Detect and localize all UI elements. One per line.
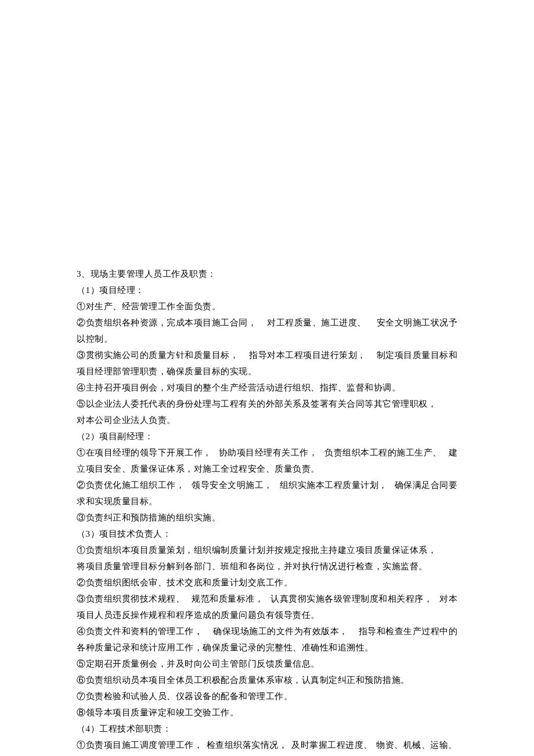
text-segment: 认真贯彻实施各级管理制度和相关程序， [270, 591, 432, 607]
text-segment: 对工程质量、施工进度、 [267, 314, 366, 331]
text-line: ⑤定期召开质量例会，并及时向公司主管部门反馈质量信息。 [77, 656, 457, 672]
text-line: ④负责文件和资料的管理工作，确保现场施工的文件为有效版本，指导和检查生产过程中的 [77, 623, 457, 639]
text-line: ①负责项目施工调度管理工作，检查组织落实情况，及时掌握工程进度、物资、机械、运输… [77, 737, 457, 753]
text-segment: 检查组织落实情况， [207, 737, 288, 753]
text-line: 求和实现质量目标。 [77, 493, 457, 509]
text-segment: 协助项目经理有关工作， [219, 444, 318, 461]
text-line: 项目经理部管理职责，确保质量目标的实现。 [77, 363, 457, 379]
text-line: ⑤以企业法人委托代表的身份处理与工程有关的外部关系及签署有关合同等其它管理职权， [77, 396, 457, 412]
text-segment: 规范和质量标准， [192, 591, 264, 607]
text-segment: ③负责组织贯彻技术规程、 [77, 591, 185, 607]
text-line: （3）项目技术负责人： [77, 526, 457, 542]
text-line: （2）项目副经理： [77, 428, 457, 444]
text-line: ②负责优化施工组织工作，领导安全文明施工，组织实施本工程质量计划，确保满足合同要 [77, 477, 457, 493]
text-segment: 组织实施本工程质量计划， [280, 477, 388, 493]
text-segment: 确保现场施工的文件为有效版本， [213, 623, 348, 639]
text-segment: 领导安全文明施工， [192, 477, 273, 493]
text-line: ⑥负责组织动员本项目全体员工积极配合质量体系审核，认真制定纠正和预防措施。 [77, 672, 457, 688]
text-line: ③负责纠正和预防措施的组织实施。 [77, 509, 457, 526]
text-segment: 对本 [439, 591, 457, 607]
text-segment: ②负责组织各种资源，完成本项目施工合同， [77, 314, 257, 331]
text-line: ④主持召开项目例会，对项目的整个生产经营活动进行组织、指挥、监督和协调。 [77, 379, 457, 396]
text-segment: 指导和检查生产过程中的 [359, 623, 458, 639]
text-line: ②负责组织各种资源，完成本项目施工合同，对工程质量、施工进度、安全文明施工状况予 [77, 314, 457, 331]
text-line: ③贯彻实施公司的质量方针和质量目标，指导对本工程项目进行策划，制定项目质量目标和 [77, 347, 457, 363]
text-line: ②负责组织图纸会审、技术交底和质量计划交底工作。 [77, 574, 457, 591]
text-segment: 指导对本工程项目进行策划， [249, 347, 366, 363]
text-segment: ①在项目经理的领导下开展工作， [77, 444, 212, 461]
text-line: ①在项目经理的领导下开展工作，协助项目经理有关工作，负责组织本工程的施工生产、建 [77, 444, 457, 461]
text-segment: 物资、机械、运输、 [376, 737, 457, 753]
text-segment: ④负责文件和资料的管理工作， [77, 623, 203, 639]
text-segment: ①负责项目施工调度管理工作， [77, 737, 203, 753]
text-line: ①对生产、经营管理工作全面负责。 [77, 298, 457, 314]
text-line: 3、现场主要管理人员工作及职责： [77, 266, 457, 282]
text-segment: 确保满足合同要 [395, 477, 458, 493]
text-line: 各种质量记录和统计应用工作，确保质量记录的完整性、准确性和追溯性。 [77, 639, 457, 656]
text-segment: 建 [449, 444, 458, 461]
text-line: ⑦负责检验和试验人员、仪器设备的配备和管理工作。 [77, 688, 457, 704]
text-line: （1）项目经理： [77, 282, 457, 298]
document-page: 3、现场主要管理人员工作及职责：（1）项目经理：①对生产、经营管理工作全面负责。… [0, 0, 534, 753]
text-segment: 制定项目质量目标和 [377, 347, 458, 363]
text-line: ①负责组织本项目质量策划，组织编制质量计划并按规定报批主持建立项目质量保证体系， [77, 542, 457, 558]
text-line: 将项目质量管理目标分解到各部门、班组和各岗位，并对执行情况进行检查，实施监督。 [77, 558, 457, 574]
text-line: 对本公司企业法人负责。 [77, 412, 457, 428]
text-segment: 负责组织本工程的施工生产、 [324, 444, 442, 461]
text-line: ⑧领导本项目质量评定和竣工交验工作。 [77, 704, 457, 721]
text-line: （4）工程技术部职责： [77, 721, 457, 737]
text-line: 以控制。 [77, 331, 457, 347]
text-segment: ③贯彻实施公司的质量方针和质量目标， [77, 347, 239, 363]
text-segment: 安全文明施工状况予 [377, 314, 458, 331]
text-segment: ②负责优化施工组织工作， [77, 477, 185, 493]
text-line: ③负责组织贯彻技术规程、规范和质量标准，认真贯彻实施各级管理制度和相关程序，对本 [77, 591, 457, 607]
text-line: 立项目安全、质量保证体系，对施工全过程安全、质量负责。 [77, 461, 457, 477]
text-segment: 及时掌握工程进度、 [291, 737, 373, 753]
text-line: 项目人员违反操作规程和程序造成的质量问题负有领导责任。 [77, 607, 457, 623]
